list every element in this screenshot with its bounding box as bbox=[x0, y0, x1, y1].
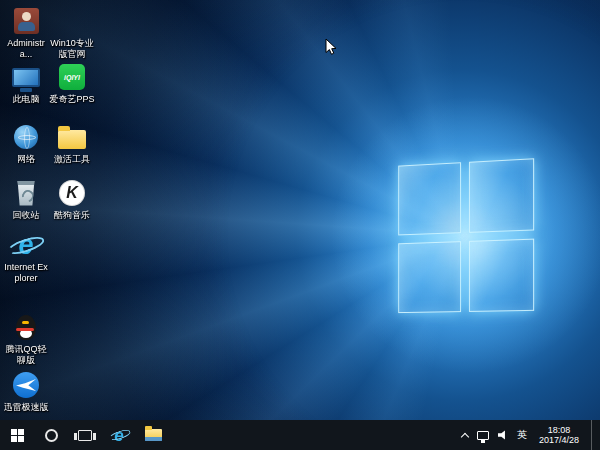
desktop-icon-administrator[interactable]: Administra... bbox=[3, 6, 49, 60]
tray-volume-button[interactable] bbox=[498, 420, 508, 450]
chevron-up-icon bbox=[461, 432, 469, 440]
desktop-icon-label: 爱奇艺PPS bbox=[49, 94, 95, 105]
desktop-icon-label: 腾讯QQ轻聊版 bbox=[3, 344, 49, 366]
windows-colored-flag-icon bbox=[55, 5, 89, 37]
yellow-folder-icon bbox=[55, 122, 89, 152]
hidden-icons-button[interactable] bbox=[462, 420, 468, 450]
taskbar-internet-explorer[interactable]: e bbox=[102, 420, 136, 450]
flag-tile-red bbox=[59, 12, 71, 13]
clock-date: 2017/4/28 bbox=[539, 435, 579, 445]
start-button[interactable] bbox=[0, 420, 34, 450]
desktop-icon-label: Win10专业版官网 bbox=[49, 38, 95, 60]
recycle-bin-icon bbox=[9, 178, 43, 208]
tray-network-button[interactable] bbox=[477, 420, 489, 450]
flag-tile-yellow bbox=[73, 25, 85, 26]
desktop-icon-label: 迅雷极速版 bbox=[3, 402, 49, 413]
desktop-icon-internet-explorer[interactable]: e Internet Explorer bbox=[3, 230, 49, 284]
desktop-icon-iqiyi[interactable]: iQIYI 爱奇艺PPS bbox=[49, 62, 95, 105]
tray-clock[interactable]: 18:08 2017/4/28 bbox=[536, 425, 582, 445]
ime-language-button[interactable]: 英 bbox=[517, 420, 527, 450]
desktop-icon-label: 此电脑 bbox=[3, 94, 49, 105]
desktop-icon-recycle-bin[interactable]: 回收站 bbox=[3, 178, 49, 221]
hero-logo-pane bbox=[398, 241, 461, 313]
desktop-icon-tencent-qq[interactable]: 腾讯QQ轻聊版 bbox=[3, 312, 49, 366]
iqiyi-green-icon: iQIYI bbox=[55, 62, 89, 92]
desktop-icon-label: 激活工具 bbox=[49, 154, 95, 165]
desktop-icon-activation-tools[interactable]: 激活工具 bbox=[49, 122, 95, 165]
speaker-icon bbox=[498, 430, 508, 440]
mouse-cursor bbox=[325, 38, 338, 57]
cortana-search-button[interactable] bbox=[34, 420, 68, 450]
desktop-icon-label: Administra... bbox=[3, 38, 49, 60]
windows10-desktop-screen: Administra... 此电脑 网络 回收站 e Internet Expl… bbox=[0, 0, 600, 450]
desktop-icon-xunlei[interactable]: 迅雷极速版 bbox=[3, 370, 49, 413]
flag-tile-green bbox=[73, 11, 85, 12]
desktop-icon-network[interactable]: 网络 bbox=[3, 122, 49, 165]
windows-start-icon bbox=[11, 429, 24, 442]
desktop-icon-this-pc[interactable]: 此电脑 bbox=[3, 62, 49, 105]
internet-explorer-icon: e bbox=[9, 230, 43, 260]
desktop-wallpaper[interactable]: Administra... 此电脑 网络 回收站 e Internet Expl… bbox=[0, 0, 600, 420]
taskbar-file-explorer[interactable] bbox=[136, 420, 170, 450]
hero-logo-pane bbox=[469, 239, 534, 312]
taskbar: e 英 18:08 2017/4/28 bbox=[0, 420, 600, 450]
file-explorer-icon bbox=[145, 429, 162, 441]
search-circle-icon bbox=[45, 429, 58, 442]
hero-logo-pane bbox=[398, 162, 461, 235]
computer-monitor-icon bbox=[9, 62, 43, 92]
desktop-icon-label: 酷狗音乐 bbox=[49, 210, 95, 221]
qq-scarf bbox=[16, 328, 34, 331]
task-view-icon bbox=[78, 430, 92, 441]
network-globe-icon bbox=[9, 122, 43, 152]
kugou-music-icon: K bbox=[55, 178, 89, 208]
desktop-icon-label: 回收站 bbox=[3, 210, 49, 221]
system-tray: 英 18:08 2017/4/28 bbox=[456, 420, 600, 450]
desktop-icon-label: Internet Explorer bbox=[3, 262, 49, 284]
desktop-icon-label: 网络 bbox=[3, 154, 49, 165]
hero-logo-pane bbox=[469, 158, 534, 233]
desktop-icon-kugou[interactable]: K 酷狗音乐 bbox=[49, 178, 95, 221]
show-desktop-button[interactable] bbox=[591, 420, 596, 450]
clock-time: 18:08 bbox=[548, 425, 571, 435]
qq-beak bbox=[22, 321, 29, 324]
qq-penguin-icon bbox=[9, 312, 43, 342]
kugou-letter: K bbox=[59, 180, 85, 206]
administrator-user-icon bbox=[9, 6, 43, 36]
network-monitor-icon bbox=[477, 431, 489, 440]
windows-hero-logo bbox=[398, 158, 534, 313]
task-view-button[interactable] bbox=[68, 420, 102, 450]
desktop-icon-win10-site[interactable]: Win10专业版官网 bbox=[49, 6, 95, 60]
xunlei-bird-icon bbox=[9, 370, 43, 400]
flag-tile-blue bbox=[59, 26, 71, 27]
iqiyi-logo-text: iQIYI bbox=[59, 64, 85, 90]
